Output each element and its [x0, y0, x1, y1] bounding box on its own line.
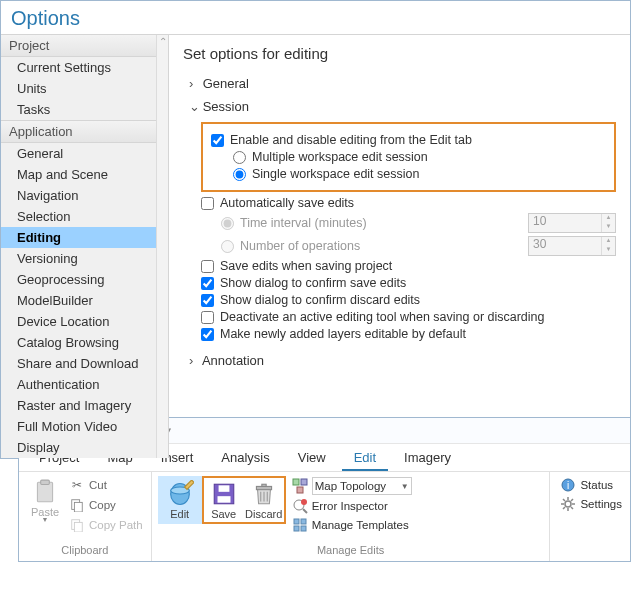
tree-item-device-location[interactable]: Device Location	[1, 311, 168, 332]
tree-item-raster-imagery[interactable]: Raster and Imagery	[1, 395, 168, 416]
copy-icon	[69, 497, 85, 513]
time-interval-radio	[221, 217, 234, 230]
edit-button[interactable]: Edit	[160, 478, 200, 522]
copy-path-icon	[69, 517, 85, 533]
gear-icon	[560, 496, 576, 512]
trash-icon	[250, 480, 278, 508]
confirm-save-label: Show dialog to confirm save edits	[220, 276, 406, 290]
tab-view[interactable]: View	[286, 444, 338, 471]
svg-rect-26	[294, 519, 299, 524]
settings-button[interactable]: Settings	[558, 495, 624, 513]
multiple-workspace-label: Multiple workspace edit session	[252, 150, 428, 164]
tree-item-general[interactable]: General	[1, 143, 168, 164]
window-title: Options	[1, 1, 630, 34]
copy-button[interactable]: Copy	[67, 496, 145, 514]
error-inspector-icon	[292, 498, 308, 514]
chevron-down-icon: ▼	[401, 482, 409, 491]
paste-button: Paste ▼	[25, 476, 65, 525]
tree-item-editing[interactable]: Editing	[1, 227, 168, 248]
edit-icon	[166, 480, 194, 508]
save-project-checkbox[interactable]	[201, 260, 214, 273]
options-tree: Project Current Settings Units Tasks App…	[1, 35, 169, 458]
chevron-right-icon: ›	[189, 353, 199, 368]
deactivate-label: Deactivate an active editing tool when s…	[220, 310, 545, 324]
status-button[interactable]: i Status	[558, 476, 624, 494]
tab-imagery[interactable]: Imagery	[392, 444, 463, 471]
tree-scrollbar[interactable]: ⌃	[156, 35, 168, 458]
error-inspector-button[interactable]: Error Inspector	[290, 497, 414, 515]
multiple-workspace-radio[interactable]	[233, 151, 246, 164]
svg-rect-22	[297, 487, 303, 493]
tree-item-fmv[interactable]: Full Motion Video	[1, 416, 168, 437]
tree-item-authentication[interactable]: Authentication	[1, 374, 168, 395]
svg-rect-7	[74, 502, 82, 512]
svg-point-32	[565, 501, 571, 507]
confirm-save-checkbox[interactable]	[201, 277, 214, 290]
save-icon	[210, 480, 238, 508]
single-workspace-label: Single workspace edit session	[252, 167, 419, 181]
manage-templates-button[interactable]: Manage Templates	[290, 516, 414, 534]
paste-icon	[31, 478, 59, 506]
tree-item-catalog-browsing[interactable]: Catalog Browsing	[1, 332, 168, 353]
new-layers-label: Make newly added layers editable by defa…	[220, 327, 466, 341]
group-clipboard: Paste ▼ ✂ Cut Copy Copy Path	[19, 472, 152, 561]
svg-rect-5	[41, 480, 50, 484]
pane-title: Set options for editing	[183, 45, 616, 62]
svg-rect-16	[262, 484, 266, 486]
group-features: i Status Settings	[550, 472, 630, 561]
tree-item-navigation[interactable]: Navigation	[1, 185, 168, 206]
confirm-discard-label: Show dialog to confirm discard edits	[220, 293, 420, 307]
svg-rect-9	[74, 522, 82, 532]
tree-item-geoprocessing[interactable]: Geoprocessing	[1, 269, 168, 290]
section-annotation[interactable]: › Annotation	[189, 353, 616, 368]
svg-rect-28	[294, 526, 299, 531]
time-interval-input: 10 ▲▼	[528, 213, 616, 233]
tab-analysis[interactable]: Analysis	[209, 444, 281, 471]
topology-dropdown[interactable]: Map Topology▼	[290, 476, 414, 496]
section-session[interactable]: ⌄ Session	[189, 99, 616, 114]
tree-group-application[interactable]: Application	[1, 120, 168, 143]
svg-rect-20	[293, 479, 299, 485]
auto-save-label: Automatically save edits	[220, 196, 354, 210]
options-pane: Set options for editing › General ⌄ Sess…	[169, 35, 630, 458]
tree-item-tasks[interactable]: Tasks	[1, 99, 168, 120]
confirm-discard-checkbox[interactable]	[201, 294, 214, 307]
auto-save-checkbox[interactable]	[201, 197, 214, 210]
copy-path-button: Copy Path	[67, 516, 145, 534]
svg-rect-4	[37, 482, 52, 502]
chevron-right-icon: ›	[189, 76, 199, 91]
svg-point-25	[301, 499, 307, 505]
num-ops-input: 30 ▲▼	[528, 236, 616, 256]
deactivate-checkbox[interactable]	[201, 311, 214, 324]
group-manage-edits: Edit Save Discard Map T	[152, 472, 551, 561]
group-manage-label: Manage Edits	[158, 542, 544, 559]
tree-item-modelbuilder[interactable]: ModelBuilder	[1, 290, 168, 311]
tree-item-selection[interactable]: Selection	[1, 206, 168, 227]
status-icon: i	[560, 477, 576, 493]
enable-editing-checkbox[interactable]	[211, 134, 224, 147]
templates-icon	[292, 517, 308, 533]
tree-item-versioning[interactable]: Versioning	[1, 248, 168, 269]
new-layers-checkbox[interactable]	[201, 328, 214, 341]
tree-item-map-scene[interactable]: Map and Scene	[1, 164, 168, 185]
chevron-down-icon: ▼	[42, 516, 49, 523]
save-edits-button[interactable]: Save	[204, 478, 244, 522]
tree-item-display[interactable]: Display	[1, 437, 168, 458]
tree-item-units[interactable]: Units	[1, 78, 168, 99]
svg-line-24	[303, 509, 307, 513]
num-ops-label: Number of operations	[240, 239, 360, 253]
svg-rect-27	[301, 519, 306, 524]
enable-editing-label: Enable and disable editing from the Edit…	[230, 133, 472, 147]
tree-group-project[interactable]: Project	[1, 35, 168, 57]
cut-button[interactable]: ✂ Cut	[67, 476, 145, 494]
num-ops-radio	[221, 240, 234, 253]
discard-edits-button[interactable]: Discard	[244, 478, 284, 522]
section-general[interactable]: › General	[189, 76, 616, 91]
topology-icon	[292, 478, 308, 494]
time-interval-label: Time interval (minutes)	[240, 216, 367, 230]
tree-item-share-download[interactable]: Share and Download	[1, 353, 168, 374]
scroll-up-icon[interactable]: ⌃	[157, 35, 168, 49]
single-workspace-radio[interactable]	[233, 168, 246, 181]
tree-item-current-settings[interactable]: Current Settings	[1, 57, 168, 78]
tab-edit[interactable]: Edit	[342, 444, 388, 471]
